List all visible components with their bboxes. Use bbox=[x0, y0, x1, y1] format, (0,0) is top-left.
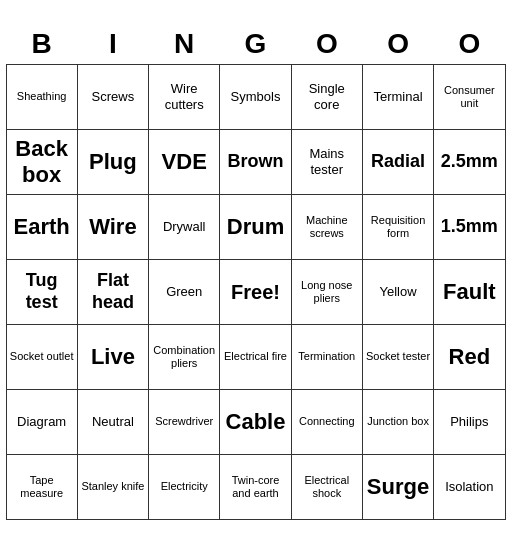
bingo-cell: Wire bbox=[77, 195, 148, 260]
bingo-cell: Surge bbox=[362, 455, 433, 520]
bingo-cell: Plug bbox=[77, 130, 148, 195]
bingo-cell: Green bbox=[149, 260, 220, 325]
bingo-row: Socket outletLiveCombination pliersElect… bbox=[6, 325, 505, 390]
bingo-cell: Drywall bbox=[149, 195, 220, 260]
bingo-cell: Junction box bbox=[362, 390, 433, 455]
bingo-cell: Cable bbox=[220, 390, 291, 455]
bingo-cell: Radial bbox=[362, 130, 433, 195]
bingo-header: BINGOOO bbox=[6, 24, 505, 65]
bingo-row: Back boxPlugVDEBrownMains testerRadial2.… bbox=[6, 130, 505, 195]
bingo-cell: Long nose pliers bbox=[291, 260, 362, 325]
bingo-cell: Screwdriver bbox=[149, 390, 220, 455]
bingo-cell: Twin-core and earth bbox=[220, 455, 291, 520]
bingo-header-letter: G bbox=[220, 24, 291, 65]
bingo-cell: Neutral bbox=[77, 390, 148, 455]
bingo-cell: Sheathing bbox=[6, 65, 77, 130]
bingo-cell: Terminal bbox=[362, 65, 433, 130]
bingo-cell: Earth bbox=[6, 195, 77, 260]
bingo-header-letter: O bbox=[362, 24, 433, 65]
bingo-cell: VDE bbox=[149, 130, 220, 195]
bingo-cell: Brown bbox=[220, 130, 291, 195]
bingo-header-letter: O bbox=[434, 24, 505, 65]
bingo-cell: Isolation bbox=[434, 455, 505, 520]
bingo-row: Tug testFlat headGreenFree!Long nose pli… bbox=[6, 260, 505, 325]
bingo-cell: Electrical shock bbox=[291, 455, 362, 520]
bingo-cell: Back box bbox=[6, 130, 77, 195]
bingo-cell: Consumer unit bbox=[434, 65, 505, 130]
bingo-cell: Diagram bbox=[6, 390, 77, 455]
bingo-cell: Free! bbox=[220, 260, 291, 325]
bingo-row: EarthWireDrywallDrumMachine screwsRequis… bbox=[6, 195, 505, 260]
bingo-cell: Single core bbox=[291, 65, 362, 130]
bingo-cell: Symbols bbox=[220, 65, 291, 130]
bingo-header-letter: N bbox=[149, 24, 220, 65]
bingo-cell: Yellow bbox=[362, 260, 433, 325]
bingo-cell: 2.5mm bbox=[434, 130, 505, 195]
bingo-row: DiagramNeutralScrewdriverCableConnecting… bbox=[6, 390, 505, 455]
bingo-cell: Tape measure bbox=[6, 455, 77, 520]
bingo-cell: Requisition form bbox=[362, 195, 433, 260]
bingo-cell: Electrical fire bbox=[220, 325, 291, 390]
bingo-cell: Connecting bbox=[291, 390, 362, 455]
bingo-cell: 1.5mm bbox=[434, 195, 505, 260]
bingo-cell: Stanley knife bbox=[77, 455, 148, 520]
bingo-cell: Electricity bbox=[149, 455, 220, 520]
bingo-cell: Tug test bbox=[6, 260, 77, 325]
bingo-cell: Screws bbox=[77, 65, 148, 130]
bingo-cell: Philips bbox=[434, 390, 505, 455]
bingo-cell: Red bbox=[434, 325, 505, 390]
bingo-header-letter: O bbox=[291, 24, 362, 65]
bingo-row: SheathingScrewsWire cuttersSymbolsSingle… bbox=[6, 65, 505, 130]
bingo-cell: Fault bbox=[434, 260, 505, 325]
bingo-cell: Termination bbox=[291, 325, 362, 390]
bingo-cell: Machine screws bbox=[291, 195, 362, 260]
bingo-row: Tape measureStanley knifeElectricityTwin… bbox=[6, 455, 505, 520]
bingo-header-letter: B bbox=[6, 24, 77, 65]
bingo-cell: Socket tester bbox=[362, 325, 433, 390]
bingo-header-letter: I bbox=[77, 24, 148, 65]
bingo-cell: Socket outlet bbox=[6, 325, 77, 390]
bingo-cell: Mains tester bbox=[291, 130, 362, 195]
bingo-card: BINGOOO SheathingScrewsWire cuttersSymbo… bbox=[6, 24, 506, 520]
bingo-cell: Wire cutters bbox=[149, 65, 220, 130]
bingo-cell: Flat head bbox=[77, 260, 148, 325]
bingo-cell: Live bbox=[77, 325, 148, 390]
bingo-cell: Combination pliers bbox=[149, 325, 220, 390]
bingo-cell: Drum bbox=[220, 195, 291, 260]
